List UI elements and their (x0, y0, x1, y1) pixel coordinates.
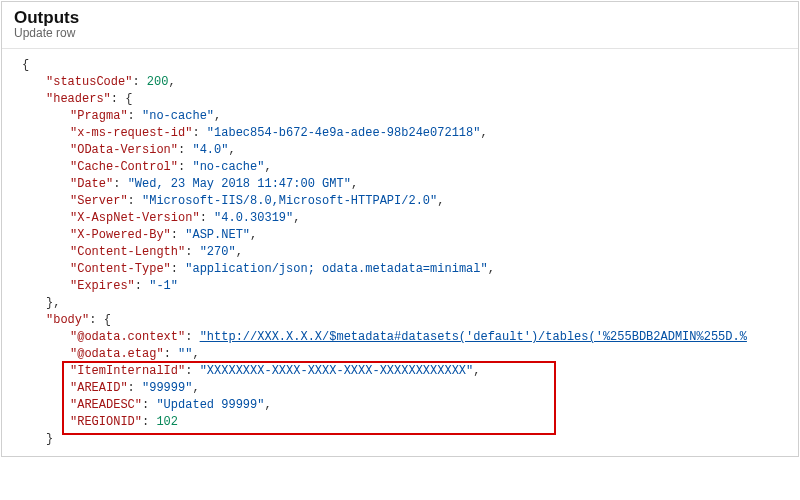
key-regionid: "REGIONID" (70, 415, 142, 429)
key-pragma: "Pragma" (70, 109, 128, 123)
panel-title: Outputs (14, 8, 786, 28)
key-xmsrequestid: "x-ms-request-id" (70, 126, 192, 140)
key-body: "body" (46, 313, 89, 327)
key-areadesc: "AREADESC" (70, 398, 142, 412)
val-statuscode: 200 (147, 75, 169, 89)
val-xmsrequestid: "1abec854-b672-4e9a-adee-98b24e072118" (207, 126, 481, 140)
val-regionid: 102 (156, 415, 178, 429)
key-cachecontrol: "Cache-Control" (70, 160, 178, 174)
key-expires: "Expires" (70, 279, 135, 293)
key-headers: "headers" (46, 92, 111, 106)
val-areaid: "99999" (142, 381, 192, 395)
val-pragma: "no-cache" (142, 109, 214, 123)
val-odataversion: "4.0" (192, 143, 228, 157)
val-expires: "-1" (149, 279, 178, 293)
key-statuscode: "statusCode" (46, 75, 132, 89)
body-close: } (46, 432, 53, 446)
key-odataversion: "OData-Version" (70, 143, 178, 157)
val-date: "Wed, 23 May 2018 11:47:00 GMT" (128, 177, 351, 191)
key-areaid: "AREAID" (70, 381, 128, 395)
key-contenttype: "Content-Type" (70, 262, 171, 276)
brace-open: { (22, 58, 29, 72)
val-xaspnetversion: "4.0.30319" (214, 211, 293, 225)
key-iteminternalid: "ItemInternalId" (70, 364, 185, 378)
val-xpoweredby: "ASP.NET" (185, 228, 250, 242)
key-xpoweredby: "X-Powered-By" (70, 228, 171, 242)
outputs-panel: Outputs Update row { "statusCode": 200, … (1, 1, 799, 457)
val-server: "Microsoft-IIS/8.0,Microsoft-HTTPAPI/2.0… (142, 194, 437, 208)
val-odataetag: "" (178, 347, 192, 361)
panel-header: Outputs Update row (2, 2, 798, 42)
json-output: { "statusCode": 200, "headers": { "Pragm… (2, 49, 798, 456)
key-server: "Server" (70, 194, 128, 208)
key-xaspnetversion: "X-AspNet-Version" (70, 211, 200, 225)
val-cachecontrol: "no-cache" (192, 160, 264, 174)
val-contenttype: "application/json; odata.metadata=minima… (185, 262, 487, 276)
panel-subtitle: Update row (14, 26, 786, 40)
key-odataetag: "@odata.etag" (70, 347, 164, 361)
val-iteminternalid: "XXXXXXXX-XXXX-XXXX-XXXX-XXXXXXXXXXXX" (200, 364, 474, 378)
val-contentlength: "270" (200, 245, 236, 259)
val-odatacontext[interactable]: "http://XXX.X.X.X/$metadata#datasets('de… (200, 330, 747, 344)
key-date: "Date" (70, 177, 113, 191)
key-odatacontext: "@odata.context" (70, 330, 185, 344)
val-areadesc: "Updated 99999" (156, 398, 264, 412)
key-contentlength: "Content-Length" (70, 245, 185, 259)
